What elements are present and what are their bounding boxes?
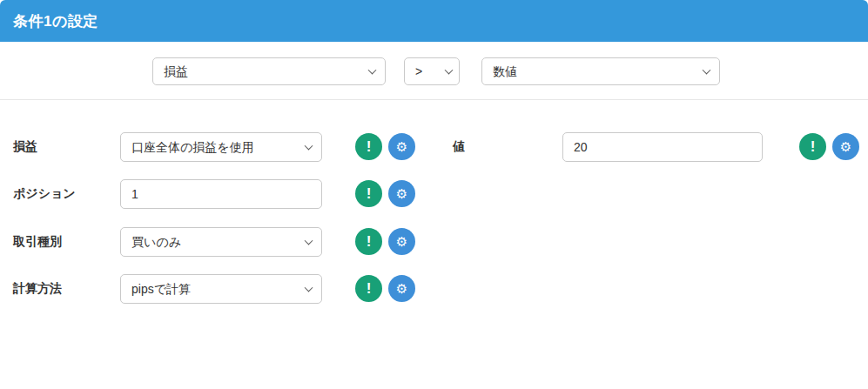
condition-subject-select[interactable]: 損益 (152, 57, 386, 85)
info-button[interactable]: ! (799, 133, 826, 160)
exclamation-icon: ! (367, 280, 372, 298)
info-button[interactable]: ! (355, 133, 382, 160)
field-label-calc-method: 計算方法 (13, 274, 62, 304)
settings-button[interactable]: ⚙ (388, 228, 415, 255)
condition-target-select[interactable]: 数値 (481, 57, 720, 85)
gear-icon: ⚙ (840, 140, 851, 153)
info-button[interactable]: ! (355, 275, 382, 302)
condition-settings-panel: 条件1の設定 損益 > 数値 損益 口座全体の損益を使用 ! (0, 0, 868, 389)
panel-title: 条件1の設定 (13, 11, 98, 31)
profit-loss-select[interactable]: 口座全体の損益を使用 (120, 132, 322, 162)
exclamation-icon: ! (811, 138, 816, 156)
panel-header: 条件1の設定 (0, 0, 868, 42)
settings-button[interactable]: ⚙ (832, 133, 859, 160)
field-label-profit-loss: 損益 (13, 132, 37, 162)
field-label-trade-type: 取引種別 (13, 227, 62, 257)
field-label-position: ポジション (13, 179, 76, 209)
settings-button[interactable]: ⚙ (388, 133, 415, 160)
info-button[interactable]: ! (355, 180, 382, 207)
gear-icon: ⚙ (396, 140, 407, 153)
condition-operator-select[interactable]: > (404, 57, 460, 85)
gear-icon: ⚙ (396, 235, 407, 248)
gear-icon: ⚙ (396, 187, 407, 200)
exclamation-icon: ! (367, 138, 372, 156)
info-button[interactable]: ! (355, 228, 382, 255)
calc-method-select[interactable]: pipsで計算 (120, 274, 322, 304)
settings-button[interactable]: ⚙ (388, 180, 415, 207)
exclamation-icon: ! (367, 185, 372, 203)
position-input[interactable] (120, 179, 322, 209)
value-input[interactable] (562, 132, 763, 162)
settings-button[interactable]: ⚙ (388, 275, 415, 302)
condition-selector-bar: 損益 > 数値 (0, 42, 868, 100)
field-label-value: 値 (453, 132, 465, 162)
gear-icon: ⚙ (396, 282, 407, 295)
trade-type-select[interactable]: 買いのみ (120, 227, 322, 257)
exclamation-icon: ! (367, 233, 372, 251)
